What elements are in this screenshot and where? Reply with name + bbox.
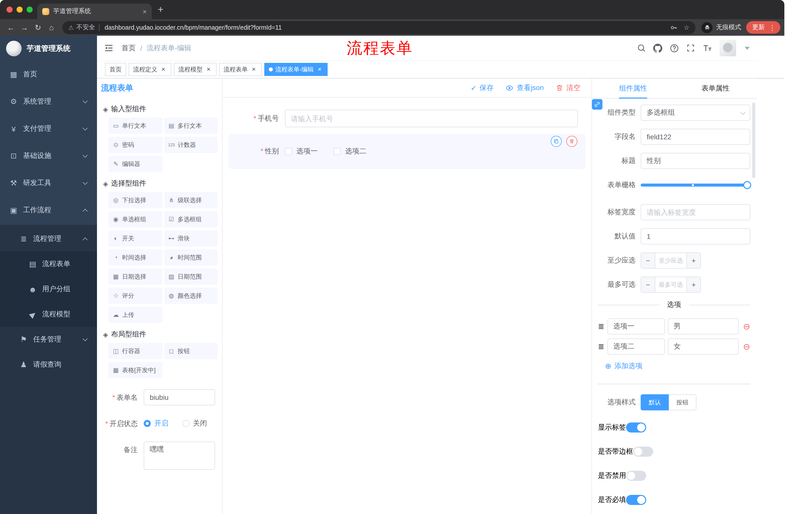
remove-option-icon[interactable]: ⊖	[743, 342, 750, 351]
sidebar-item-payment-mgmt[interactable]: ¥ 支付管理	[0, 115, 97, 142]
palette-item-time-range[interactable]: ◕时间范围	[164, 249, 218, 266]
option-2-value-input[interactable]	[668, 339, 738, 355]
security-label[interactable]: 不安全	[76, 23, 95, 32]
palette-item-switch[interactable]: ◐开关	[109, 231, 162, 246]
gender-form-item-selected[interactable]: *性别 选项一 选项二	[229, 134, 585, 169]
close-window-button[interactable]	[6, 6, 12, 12]
sidebar-toggle-icon[interactable]	[104, 43, 114, 53]
title-input[interactable]	[641, 153, 750, 169]
show-label-switch[interactable]	[626, 423, 646, 433]
field-name-input[interactable]	[641, 129, 750, 145]
palette-item-radio-group[interactable]: ◉单选框组	[109, 211, 162, 227]
tag-process-form-edit[interactable]: 流程表单-编辑 ×	[264, 63, 328, 76]
form-name-input[interactable]	[144, 389, 215, 405]
tag-close-icon[interactable]: ×	[250, 66, 257, 73]
palette-item-button[interactable]: ◻按钮	[164, 343, 218, 359]
back-button[interactable]: ←	[4, 23, 18, 32]
sidebar-item-task-mgmt[interactable]: ⚑ 任务管理	[0, 327, 97, 352]
drag-handle-icon[interactable]: ≣	[598, 342, 604, 351]
radio-closed[interactable]: 关闭	[182, 419, 207, 428]
tab-form-props[interactable]: 表单属性	[674, 78, 757, 98]
checkbox-option-1[interactable]: 选项一	[285, 147, 318, 156]
tag-home[interactable]: 首页	[105, 63, 126, 76]
sidebar-item-process-form[interactable]: ▤ 流程表单	[0, 251, 97, 277]
palette-item-date-picker[interactable]: ▦日期选择	[109, 269, 162, 285]
delete-widget-button[interactable]	[566, 136, 577, 147]
tag-close-icon[interactable]: ×	[205, 66, 212, 73]
address-bar[interactable]: ⚠ 不安全 dashboard.yudao.iocoder.cn/bpm/man…	[62, 21, 695, 34]
decrease-button[interactable]: −	[641, 277, 655, 292]
disabled-switch[interactable]	[626, 471, 646, 481]
remove-option-icon[interactable]: ⊖	[743, 322, 750, 331]
github-icon[interactable]	[653, 44, 662, 53]
palette-item-multi-line-text[interactable]: ▤多行文本	[164, 118, 218, 134]
palette-item-row-container[interactable]: ◫行容器	[109, 343, 162, 359]
palette-item-password[interactable]: ⊙密码	[109, 137, 162, 153]
required-switch[interactable]	[626, 495, 646, 505]
home-button[interactable]: ⌂	[45, 23, 58, 32]
view-json-button[interactable]: 查看json	[506, 83, 544, 92]
zoom-window-button[interactable]	[27, 6, 33, 12]
label-width-input[interactable]	[641, 204, 750, 220]
user-avatar[interactable]	[720, 40, 736, 56]
new-tab-button[interactable]: +	[158, 4, 163, 15]
palette-item-time-picker[interactable]: ◔时间选择	[109, 249, 162, 266]
search-icon[interactable]	[637, 44, 646, 52]
browser-tab[interactable]: 芋道管理系统 ×	[37, 3, 152, 19]
help-icon[interactable]	[670, 44, 679, 53]
palette-item-checkbox-group[interactable]: ☑多选框组	[164, 211, 218, 227]
default-value-input[interactable]	[641, 228, 750, 244]
min-select-placeholder[interactable]: 至少应选	[655, 253, 686, 268]
reload-button[interactable]: ↻	[31, 23, 45, 32]
increase-button[interactable]: +	[686, 253, 700, 268]
tab-component-props[interactable]: 组件属性	[592, 78, 674, 98]
clear-button[interactable]: 清空	[556, 83, 580, 92]
url-text[interactable]: dashboard.yudao.iocoder.cn/bpm/manager/f…	[105, 24, 664, 31]
increase-button[interactable]: +	[686, 277, 700, 292]
tag-close-icon[interactable]: ×	[316, 66, 323, 73]
decrease-button[interactable]: −	[641, 253, 655, 268]
component-type-select[interactable]: 多选框组	[641, 105, 750, 121]
update-button[interactable]: 更新 ⋮	[746, 21, 780, 34]
phone-input[interactable]	[285, 110, 578, 127]
palette-item-single-line-text[interactable]: ▭单行文本	[109, 118, 162, 134]
checkbox-option-2[interactable]: 选项二	[334, 147, 366, 156]
sidebar-item-process-mgmt[interactable]: ≣ 流程管理	[0, 226, 97, 251]
minimize-window-button[interactable]	[17, 6, 23, 12]
max-select-placeholder[interactable]: 最多可选	[655, 277, 686, 292]
palette-item-table[interactable]: ▦表格[开发中]	[109, 362, 162, 378]
palette-item-rate[interactable]: ☆评分	[109, 288, 162, 304]
sidebar-item-user-group[interactable]: ☻ 用户分组	[0, 277, 97, 302]
palette-item-slider[interactable]: ⊷滑块	[164, 231, 218, 246]
grid-slider[interactable]	[641, 177, 750, 193]
style-button-button[interactable]: 按钮	[669, 394, 696, 410]
tag-process-form[interactable]: 流程表单 ×	[219, 63, 262, 76]
chrome-menu-icon[interactable]: ⋮	[768, 23, 777, 31]
sidebar-item-workflow[interactable]: ▣ 工作流程	[0, 197, 97, 224]
sidebar-item-leave-query[interactable]: ♟ 请假查询	[0, 352, 97, 377]
panel-scrollbar[interactable]	[752, 103, 755, 178]
palette-item-date-range[interactable]: ▧日期范围	[164, 269, 218, 285]
add-option-button[interactable]: ⊕ 添加选项	[605, 361, 750, 371]
option-1-value-input[interactable]	[668, 318, 738, 334]
border-switch[interactable]	[633, 447, 653, 457]
save-button[interactable]: ✓ 保存	[470, 83, 493, 92]
palette-item-cascader[interactable]: ⋔级联选择	[164, 192, 218, 208]
style-default-button[interactable]: 默认	[641, 394, 669, 410]
palette-item-editor[interactable]: ✎编辑器	[109, 156, 162, 172]
sidebar-item-dev-tools[interactable]: ⚒ 研发工具	[0, 169, 97, 197]
tag-process-model[interactable]: 流程模型 ×	[174, 63, 216, 76]
slider-handle[interactable]	[743, 181, 751, 189]
palette-item-upload[interactable]: ☁上传	[109, 307, 162, 323]
sidebar-item-system-mgmt[interactable]: ⚙ 系统管理	[0, 88, 97, 115]
drag-handle-icon[interactable]: ≣	[598, 322, 604, 331]
option-2-label-input[interactable]	[607, 339, 665, 355]
tag-process-definition[interactable]: 流程定义 ×	[128, 63, 171, 76]
phone-form-item[interactable]: *手机号	[229, 110, 585, 127]
password-key-icon[interactable]	[670, 23, 678, 31]
link-icon-button[interactable]	[592, 99, 603, 110]
palette-item-dropdown[interactable]: ◎下拉选择	[109, 192, 162, 208]
tag-close-icon[interactable]: ×	[160, 66, 167, 73]
palette-item-color-picker[interactable]: ◍颜色选择	[164, 288, 218, 304]
sidebar-item-infrastructure[interactable]: ⊡ 基础设施	[0, 142, 97, 169]
